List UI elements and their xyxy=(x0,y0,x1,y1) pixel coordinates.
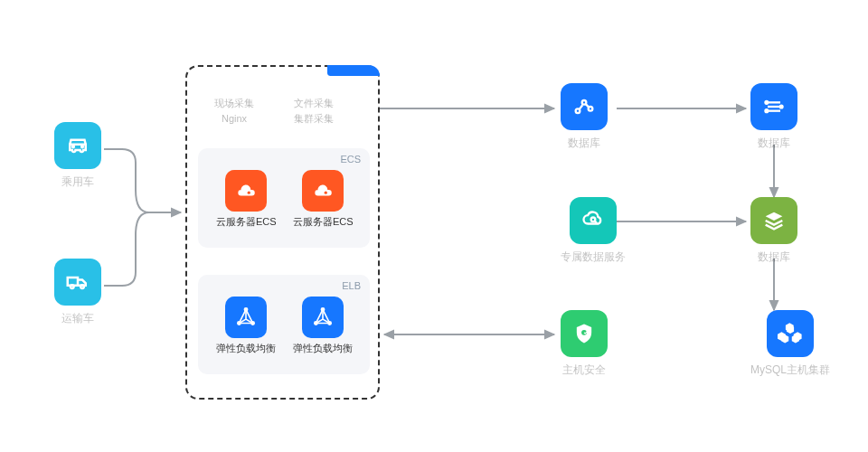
analytics-label: 数据库 xyxy=(568,136,600,151)
svg-point-13 xyxy=(576,108,580,113)
layers-label: 数据库 xyxy=(758,250,790,265)
elb-item-2: 弹性负载均衡 xyxy=(293,297,353,355)
elb-tag: ELB xyxy=(342,280,361,291)
shield-label: 主机安全 xyxy=(562,363,606,378)
elb-item-1: 弹性负载均衡 xyxy=(216,297,276,355)
text-block-2: 文件采集集群采集 xyxy=(294,96,334,126)
svg-point-5 xyxy=(248,192,250,194)
stream-icon xyxy=(750,83,797,130)
svg-point-1 xyxy=(81,146,83,147)
connections xyxy=(0,0,868,452)
shield-icon xyxy=(561,310,608,357)
elb-icon xyxy=(225,297,267,338)
layers-icon xyxy=(750,197,797,244)
truck-label: 运输车 xyxy=(61,311,94,326)
ecs-icon xyxy=(225,170,267,212)
node-car: 乘用车 xyxy=(54,122,101,190)
svg-point-14 xyxy=(582,100,587,105)
svg-point-21 xyxy=(765,109,768,112)
cluster-icon xyxy=(767,310,814,357)
svg-point-0 xyxy=(72,146,74,147)
elb-box: ELB 弹性负载均衡 弹性负载均衡 xyxy=(198,275,370,374)
cluster-label: MySQL主机集群 xyxy=(750,363,830,378)
svg-point-15 xyxy=(589,107,593,111)
ecs-icon xyxy=(302,170,344,212)
car-icon xyxy=(54,122,101,169)
elb-icon xyxy=(302,297,344,338)
svg-point-20 xyxy=(780,106,783,108)
stream-label: 数据库 xyxy=(758,136,790,151)
cloud-search-label: 专属数据服务 xyxy=(561,250,626,265)
ecs-box: ECS 云服务器ECS 云服务器ECS xyxy=(198,148,370,248)
node-truck: 运输车 xyxy=(54,259,101,326)
analytics-icon xyxy=(561,83,608,130)
svg-point-19 xyxy=(765,101,768,104)
node-stream: 数据库 xyxy=(750,83,797,151)
node-layers: 数据库 xyxy=(750,197,797,265)
car-label: 乘用车 xyxy=(61,174,94,190)
svg-point-22 xyxy=(591,218,596,222)
cloud-search-icon xyxy=(570,197,617,244)
ecs-tag: ECS xyxy=(340,154,361,165)
container-tab xyxy=(327,65,380,76)
ecs-item-2: 云服务器ECS xyxy=(293,170,354,229)
truck-icon xyxy=(54,259,101,306)
node-analytics: 数据库 xyxy=(561,83,608,151)
node-cloud-search: 专属数据服务 xyxy=(561,197,626,265)
ecs-item-1: 云服务器ECS xyxy=(216,170,277,229)
svg-point-6 xyxy=(325,192,327,194)
node-shield: 主机安全 xyxy=(561,310,608,378)
center-container: 现场采集Nginx 文件采集集群采集 ECS 云服务器ECS 云服务器ECS E… xyxy=(185,65,380,400)
text-block-1: 现场采集Nginx xyxy=(214,96,254,126)
node-cluster: MySQL主机集群 xyxy=(750,310,830,378)
